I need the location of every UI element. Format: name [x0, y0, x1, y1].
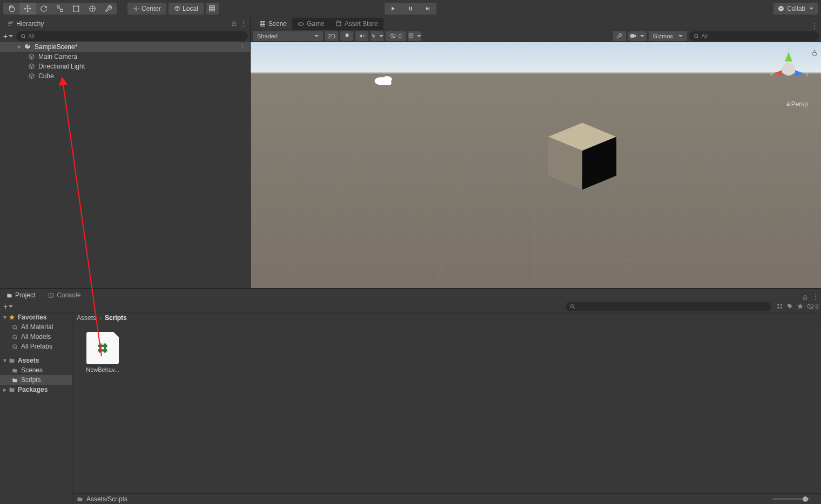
svg-point-24 [695, 34, 698, 37]
camera-button[interactable] [628, 31, 647, 41]
filter-type-icon[interactable] [776, 303, 783, 310]
lighting-toggle-button[interactable] [340, 31, 353, 41]
collab-button[interactable]: Collab [773, 3, 818, 15]
favorite-all-prefabs[interactable]: All Prefabs [0, 342, 72, 351]
hierarchy-header: Hierarchy ⋮ [0, 17, 250, 30]
tab-scene[interactable]: Scene [254, 18, 292, 30]
scene-search[interactable] [689, 31, 819, 41]
scene-name: SampleScene* [35, 43, 77, 51]
fx-toggle-button[interactable] [371, 31, 383, 41]
svg-rect-12 [411, 6, 412, 10]
hierarchy-search-input[interactable] [28, 33, 244, 39]
combined-tool-button[interactable] [84, 3, 100, 15]
asset-label: NewBehav... [86, 366, 119, 373]
svg-point-17 [22, 35, 25, 38]
tab-project[interactable]: Project [2, 290, 39, 301]
scene-search-input[interactable] [701, 33, 815, 39]
hierarchy-search[interactable] [16, 31, 248, 41]
project-search[interactable] [566, 302, 771, 311]
favorite-star-icon[interactable] [797, 303, 804, 310]
lock-icon[interactable] [811, 50, 818, 56]
project-add-button[interactable]: + [2, 302, 14, 311]
tab-label: Project [15, 291, 35, 299]
folder-scripts[interactable]: Scripts [0, 375, 72, 385]
breadcrumb-item[interactable]: Assets [77, 314, 96, 322]
step-button[interactable] [419, 3, 436, 15]
dropdown-caret-icon [417, 35, 421, 37]
pause-button[interactable] [402, 3, 419, 15]
projection-mode[interactable]: ≡Persp [786, 100, 808, 108]
snap-button[interactable] [206, 3, 219, 15]
grid-toggle-button[interactable] [408, 31, 421, 41]
scene-menu-icon[interactable]: ⋮ [239, 43, 246, 51]
handle-rotation-button[interactable]: Local [169, 3, 204, 15]
lock-icon[interactable] [802, 295, 808, 301]
rect-tool-button[interactable] [68, 3, 84, 15]
csharp-script-icon [86, 332, 119, 364]
eye-off-icon [390, 33, 396, 39]
tools-button[interactable] [613, 31, 626, 41]
hidden-count-icon[interactable]: 8 [807, 303, 819, 310]
top-toolbar: Center Local Collab [0, 0, 821, 17]
svg-point-58 [777, 307, 779, 309]
hand-tool-button[interactable] [3, 3, 19, 15]
search-icon [12, 344, 18, 350]
breadcrumb-item-current[interactable]: Scripts [105, 314, 127, 322]
cube-outline-icon [28, 53, 35, 60]
tab-game[interactable]: Game [292, 18, 330, 30]
audio-toggle-button[interactable] [355, 31, 368, 41]
rotate-tool-button[interactable] [36, 3, 52, 15]
favorite-all-models[interactable]: All Models [0, 332, 72, 342]
favorites-label: Favorites [18, 314, 46, 321]
svg-marker-13 [426, 6, 428, 10]
panel-menu-icon[interactable]: ⋮ [812, 293, 819, 301]
folder-scenes[interactable]: Scenes [0, 365, 72, 375]
hierarchy-tab[interactable]: Hierarchy [3, 19, 48, 29]
hidden-objects-button[interactable]: 0 [386, 31, 406, 41]
hierarchy-title: Hierarchy [16, 20, 44, 28]
svg-point-45 [782, 63, 795, 76]
hierarchy-add-button[interactable]: + [2, 31, 14, 41]
project-search-input[interactable] [577, 303, 766, 310]
packages-folder[interactable]: ▸Packages [0, 385, 72, 394]
dropdown-caret-icon [9, 35, 13, 37]
move-tool-button[interactable] [19, 3, 36, 15]
dropdown-caret-icon [314, 35, 319, 37]
filter-label-icon[interactable] [786, 303, 793, 310]
packages-label: Packages [18, 386, 48, 393]
hierarchy-item-main-camera[interactable]: Main Camera [0, 52, 250, 62]
panel-menu-icon[interactable]: ⋮ [811, 22, 818, 30]
pivot-mode-button[interactable]: Center [127, 3, 166, 15]
hierarchy-item-directional-light[interactable]: Directional Light [0, 62, 250, 71]
tab-console[interactable]: Console [44, 290, 85, 301]
scale-tool-button[interactable] [52, 3, 68, 15]
assets-folder[interactable]: ▾Assets [0, 356, 72, 365]
scene-root[interactable]: ▾ SampleScene* ⋮ [0, 42, 250, 52]
favorite-all-materials[interactable]: All Material [0, 322, 72, 332]
gizmos-dropdown[interactable]: Gizmos [649, 31, 687, 41]
orientation-gizmo[interactable]: y x z [767, 46, 810, 90]
asset-script[interactable]: NewBehav... [81, 332, 124, 373]
shading-mode-dropdown[interactable]: Shaded [253, 31, 323, 41]
hierarchy-item-label: Main Camera [38, 53, 77, 60]
folder-icon [77, 496, 83, 502]
lock-icon[interactable] [231, 21, 237, 26]
tab-asset-store[interactable]: Asset Store [330, 18, 383, 30]
panel-menu-icon[interactable]: ⋮ [240, 20, 247, 28]
tab-label: Console [57, 291, 80, 299]
thumbnail-size-slider[interactable] [772, 498, 810, 500]
scene-viewport[interactable]: y x z ≡Persp [251, 42, 821, 288]
svg-rect-9 [210, 6, 215, 11]
svg-point-64 [13, 344, 16, 348]
hierarchy-item-cube[interactable]: Cube [0, 71, 250, 81]
svg-rect-23 [630, 34, 635, 38]
dropdown-caret-icon [809, 8, 813, 10]
hierarchy-item-label: Cube [38, 72, 54, 80]
favorites-group[interactable]: ▾Favorites [0, 312, 72, 322]
2d-toggle-button[interactable]: 2D [325, 31, 338, 41]
custom-tool-button[interactable] [100, 3, 117, 15]
play-button[interactable] [385, 3, 402, 15]
svg-marker-46 [785, 52, 792, 62]
project-grid[interactable]: NewBehav... [72, 323, 821, 493]
svg-point-21 [302, 24, 302, 24]
